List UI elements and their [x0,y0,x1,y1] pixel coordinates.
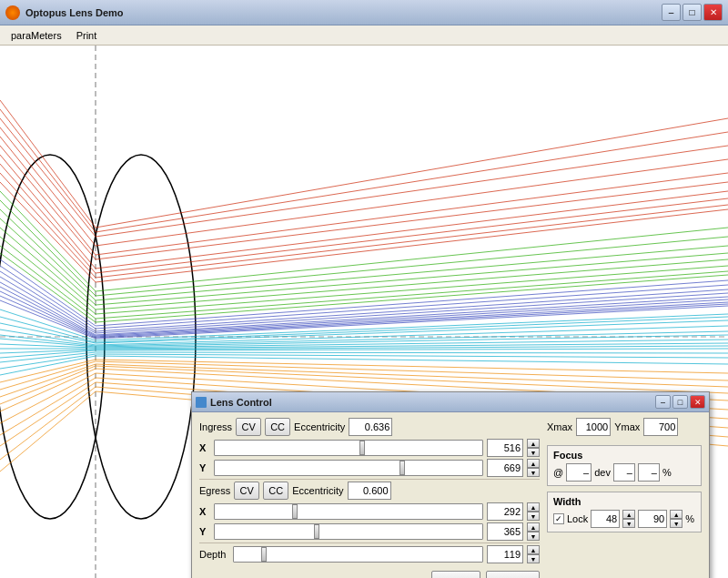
ingress-y-slider[interactable] [214,460,483,476]
dialog-icon [196,397,207,408]
ingress-x-up[interactable]: ▲ [527,439,540,448]
width-v2-up[interactable]: ▲ [670,510,682,519]
ingress-ecc-label: Eccentricity [294,421,345,432]
egress-cv-button[interactable]: CV [234,482,259,500]
focus-at-label: @ [553,467,563,478]
ingress-x-row: X ▲ ▼ [199,439,540,457]
ingress-label: Ingress [199,421,232,432]
depth-slider[interactable] [233,546,483,563]
canvas-area: Lens Control – □ ✕ Ingress CV CC Eccentr… [0,46,728,578]
focus-val2-input[interactable] [638,463,660,482]
ymax-input[interactable] [643,418,678,436]
width-values-row: ✓ Lock ▲ ▼ ▲ ▼ % [553,510,695,528]
focus-at-input[interactable] [566,463,592,482]
dialog-title: Lens Control [210,397,655,408]
ingress-y-row: Y ▲ ▼ [199,459,540,477]
ingress-y-down[interactable]: ▼ [527,468,540,477]
egress-x-input[interactable] [487,502,523,521]
egress-y-slider[interactable] [214,523,483,540]
egress-label: Egress [199,485,230,496]
menu-bar: paraMeters Print [0,25,728,46]
width-title: Width [553,496,695,507]
egress-x-slider[interactable] [214,503,483,520]
focus-values-row: @ dev % [553,463,695,482]
width-v1-down[interactable]: ▼ [622,519,635,528]
ingress-y-spinner[interactable]: ▲ ▼ [527,459,540,477]
egress-x-row: X ▲ ▼ [199,502,540,521]
dialog-controls: – □ ✕ [655,395,705,409]
dialog-title-bar: Lens Control – □ ✕ [192,392,709,412]
ingress-x-spinner[interactable]: ▲ ▼ [527,439,540,457]
app-icon [5,5,20,20]
lens-control-dialog: Lens Control – □ ✕ Ingress CV CC Eccentr… [191,391,710,578]
title-bar: Optopus Lens Demo – □ ✕ [0,0,728,25]
menu-print[interactable]: Print [69,28,105,43]
ingress-section: Ingress CV CC Eccentricity [199,418,540,436]
ingress-y-input[interactable] [487,459,523,477]
egress-x-up[interactable]: ▲ [527,502,540,512]
depth-up[interactable]: ▲ [527,545,540,554]
ingress-cc-button[interactable]: CC [265,418,290,436]
width-v1-up[interactable]: ▲ [622,510,635,519]
width-val1-spinner[interactable]: ▲ ▼ [622,510,635,528]
egress-ecc-label: Eccentricity [292,485,343,496]
egress-y-row: Y ▲ ▼ [199,522,540,541]
lock-label: Lock [567,513,588,524]
width-val2-input[interactable] [638,510,667,528]
right-panel: Xmax Ymax Focus @ dev [547,418,702,578]
dialog-body: Ingress CV CC Eccentricity X [192,412,709,578]
separator-2 [199,543,540,543]
egress-y-label: Y [199,526,210,537]
egress-y-up[interactable]: ▲ [527,522,540,532]
lock-checkbox[interactable]: ✓ [553,513,564,524]
close-button[interactable]: ✕ [703,4,723,21]
resume-button[interactable]: Resume [486,571,540,578]
depth-down[interactable]: ▼ [527,554,540,563]
egress-x-spinner[interactable]: ▲ ▼ [527,502,540,521]
focus-dev-label: dev [594,467,611,478]
egress-y-spinner[interactable]: ▲ ▼ [527,522,540,541]
depth-spinner[interactable]: ▲ ▼ [527,545,540,563]
ingress-x-label: X [199,442,210,453]
ingress-y-up[interactable]: ▲ [527,459,540,468]
egress-x-label: X [199,506,210,517]
focus-dev-input[interactable] [613,463,635,482]
menu-parameters[interactable]: paraMeters [4,28,69,43]
egress-x-down[interactable]: ▼ [527,512,540,521]
egress-y-down[interactable]: ▼ [527,532,540,541]
ingress-x-down[interactable]: ▼ [527,448,540,457]
xmax-row: Xmax Ymax [547,418,702,436]
width-val1-input[interactable] [591,510,620,528]
maximize-button[interactable]: □ [682,4,702,21]
width-val2-spinner[interactable]: ▲ ▼ [670,510,682,528]
ingress-y-label: Y [199,462,210,473]
egress-eccentricity-input[interactable] [348,482,391,500]
window-title: Optopus Lens Demo [25,7,662,18]
depth-row: Depth ▲ ▼ [199,545,540,563]
ingress-x-input[interactable] [487,439,523,457]
action-buttons-row: Copy Resume [199,569,540,578]
ingress-x-slider[interactable] [214,440,483,456]
depth-input[interactable] [487,545,523,563]
copy-button[interactable]: Copy [431,571,480,578]
focus-box: Focus @ dev % [547,445,702,486]
left-section: Ingress CV CC Eccentricity X [199,418,540,578]
ymax-label: Ymax [614,421,640,432]
dialog-maximize[interactable]: □ [672,395,688,409]
window-controls: – □ ✕ [662,4,723,21]
ingress-cv-button[interactable]: CV [236,418,261,436]
dialog-close[interactable]: ✕ [690,395,705,409]
egress-section: Egress CV CC Eccentricity [199,482,540,500]
depth-label: Depth [199,549,226,560]
width-v2-down[interactable]: ▼ [670,519,682,528]
focus-title: Focus [553,450,695,461]
xmax-input[interactable] [576,418,611,436]
focus-percent: % [662,467,672,478]
width-percent: % [685,513,694,524]
minimize-button[interactable]: – [662,4,681,21]
egress-y-input[interactable] [487,522,523,541]
ingress-eccentricity-input[interactable] [349,418,392,436]
dialog-minimize[interactable]: – [655,395,671,409]
separator-1 [199,479,540,480]
egress-cc-button[interactable]: CC [263,482,288,500]
